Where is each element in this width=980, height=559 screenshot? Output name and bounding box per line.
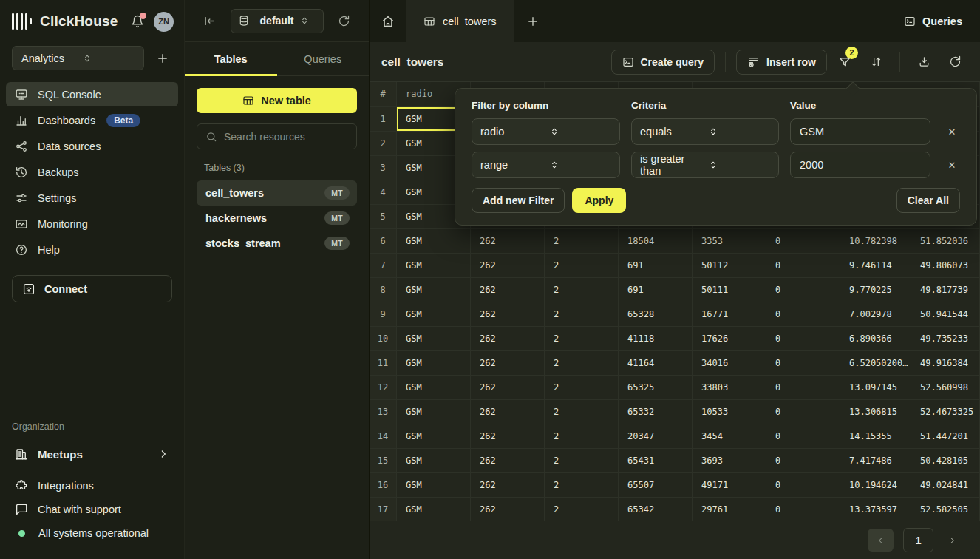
previous-page-button[interactable] bbox=[868, 529, 894, 552]
sidebar-item-help[interactable]: Help bbox=[6, 237, 178, 262]
sidebar-item-dashboards[interactable]: DashboardsBeta bbox=[6, 108, 178, 132]
refresh-tables-button[interactable] bbox=[336, 13, 353, 30]
grid-cell[interactable]: 2 bbox=[545, 400, 619, 424]
new-tab-button[interactable] bbox=[514, 0, 551, 42]
current-page[interactable]: 1 bbox=[903, 528, 933, 552]
sidebar-item-sql-console[interactable]: SQL Console bbox=[6, 82, 178, 106]
sidebar-item-settings[interactable]: Settings bbox=[6, 186, 178, 210]
grid-cell[interactable]: 10533 bbox=[693, 400, 766, 424]
grid-cell[interactable]: 262 bbox=[471, 302, 545, 327]
row-number[interactable]: 9 bbox=[370, 302, 397, 327]
grid-cell[interactable]: 2 bbox=[545, 424, 619, 449]
sidebar-item-backups[interactable]: Backups bbox=[6, 160, 178, 184]
grid-cell[interactable]: 7.002978 bbox=[840, 302, 911, 327]
grid-cell[interactable]: 2 bbox=[545, 351, 619, 376]
grid-cell[interactable]: 0 bbox=[766, 376, 840, 400]
grid-cell[interactable]: GSM bbox=[397, 302, 471, 327]
grid-cell[interactable]: 50.941544 bbox=[911, 302, 980, 327]
grid-cell[interactable]: 2 bbox=[545, 376, 619, 400]
grid-cell[interactable]: 50112 bbox=[693, 254, 766, 278]
grid-cell[interactable]: 65325 bbox=[619, 376, 693, 400]
grid-cell[interactable]: 0 bbox=[766, 351, 840, 376]
org-item-meetups[interactable]: Meetups bbox=[6, 441, 178, 467]
grid-cell[interactable]: 0 bbox=[766, 498, 840, 521]
grid-cell[interactable]: 51.852036 bbox=[911, 229, 980, 254]
grid-cell[interactable]: 16771 bbox=[693, 302, 766, 327]
grid-cell[interactable]: GSM bbox=[397, 449, 471, 473]
grid-cell[interactable]: 6.890366 bbox=[840, 327, 911, 351]
grid-cell[interactable]: 2 bbox=[545, 254, 619, 278]
table-list-item-hackernews[interactable]: hackernewsMT bbox=[197, 206, 357, 231]
connect-button[interactable]: Connect bbox=[12, 275, 172, 302]
grid-cell[interactable]: 2 bbox=[545, 327, 619, 351]
tab-cell-towers[interactable]: cell_towers bbox=[406, 0, 514, 42]
grid-cell[interactable]: 262 bbox=[471, 498, 545, 521]
grid-cell[interactable]: 50.428105 bbox=[911, 449, 980, 473]
grid-cell[interactable]: 691 bbox=[619, 278, 693, 302]
grid-cell[interactable]: 2 bbox=[545, 229, 619, 254]
grid-cell[interactable]: 262 bbox=[471, 327, 545, 351]
clear-all-filters-button[interactable]: Clear All bbox=[896, 188, 960, 213]
notifications-bell-icon[interactable] bbox=[128, 12, 147, 31]
insert-row-button[interactable]: Insert row bbox=[736, 50, 827, 75]
filter-value-input[interactable] bbox=[790, 152, 930, 178]
add-new-filter-button[interactable]: Add new Filter bbox=[472, 188, 565, 213]
grid-cell[interactable]: 3454 bbox=[693, 424, 766, 449]
row-number[interactable]: 12 bbox=[370, 376, 397, 400]
workspace-select[interactable]: Analytics bbox=[12, 46, 144, 70]
grid-cell[interactable]: 0 bbox=[766, 302, 840, 327]
grid-cell[interactable]: 691 bbox=[619, 254, 693, 278]
grid-cell[interactable]: 262 bbox=[471, 229, 545, 254]
row-number[interactable]: 10 bbox=[370, 327, 397, 351]
grid-cell[interactable]: 0 bbox=[766, 449, 840, 473]
grid-cell[interactable]: 10.194624 bbox=[840, 473, 911, 498]
sidebar-item-monitoring[interactable]: Monitoring bbox=[6, 211, 178, 236]
grid-cell[interactable]: 13.097145 bbox=[840, 376, 911, 400]
remove-filter-button[interactable]: ✕ bbox=[942, 160, 962, 171]
grid-cell[interactable]: 9.770225 bbox=[840, 278, 911, 302]
filter-column-select[interactable]: range bbox=[472, 152, 620, 178]
grid-cell[interactable]: 34016 bbox=[693, 351, 766, 376]
grid-cell[interactable]: 262 bbox=[471, 278, 545, 302]
grid-cell[interactable]: 262 bbox=[471, 400, 545, 424]
grid-cell[interactable]: 50111 bbox=[693, 278, 766, 302]
grid-cell[interactable]: 6.52050200… bbox=[840, 351, 911, 376]
grid-cell[interactable]: 13.306815 bbox=[840, 400, 911, 424]
remove-filter-button[interactable]: ✕ bbox=[942, 126, 962, 138]
grid-cell[interactable]: 262 bbox=[471, 351, 545, 376]
grid-cell[interactable]: 41118 bbox=[619, 327, 693, 351]
table-list-item-cell_towers[interactable]: cell_towersMT bbox=[197, 180, 357, 206]
grid-cell[interactable]: 0 bbox=[766, 254, 840, 278]
grid-cell[interactable]: GSM bbox=[397, 400, 471, 424]
database-select[interactable]: default bbox=[231, 9, 324, 33]
grid-cell[interactable]: 0 bbox=[766, 327, 840, 351]
grid-cell[interactable]: 29761 bbox=[693, 498, 766, 521]
collapse-panel-button[interactable] bbox=[201, 13, 218, 30]
grid-cell[interactable]: 262 bbox=[471, 449, 545, 473]
search-resources-input[interactable]: Search resources bbox=[197, 123, 357, 149]
grid-cell[interactable]: 0 bbox=[766, 400, 840, 424]
filter-button[interactable]: 2 bbox=[831, 50, 858, 75]
row-number[interactable]: 3 bbox=[370, 156, 397, 180]
grid-cell[interactable]: 49.817739 bbox=[911, 278, 980, 302]
row-number[interactable]: 16 bbox=[370, 473, 397, 498]
footer-item-system-status[interactable]: All systems operational bbox=[6, 522, 178, 544]
sidebar-item-data-sources[interactable]: Data sources bbox=[6, 134, 178, 158]
table-list-item-stocks_stream[interactable]: stocks_streamMT bbox=[197, 231, 357, 256]
grid-cell[interactable]: 49.916384 bbox=[911, 351, 980, 376]
grid-cell[interactable]: 49.024841 bbox=[911, 473, 980, 498]
grid-cell[interactable]: GSM bbox=[397, 351, 471, 376]
grid-cell[interactable]: GSM bbox=[397, 424, 471, 449]
grid-cell[interactable]: 7.417486 bbox=[840, 449, 911, 473]
row-number[interactable]: 7 bbox=[370, 254, 397, 278]
grid-cell[interactable]: 65342 bbox=[619, 498, 693, 521]
grid-cell[interactable]: 65431 bbox=[619, 449, 693, 473]
grid-cell[interactable]: 2 bbox=[545, 449, 619, 473]
grid-cell[interactable]: 49.735233 bbox=[911, 327, 980, 351]
grid-cell[interactable]: GSM bbox=[397, 229, 471, 254]
row-number[interactable]: 11 bbox=[370, 351, 397, 376]
row-number[interactable]: 8 bbox=[370, 278, 397, 302]
grid-cell[interactable]: 14.15355 bbox=[840, 424, 911, 449]
explorer-tab-queries[interactable]: Queries bbox=[277, 42, 370, 75]
grid-cell[interactable]: 0 bbox=[766, 229, 840, 254]
